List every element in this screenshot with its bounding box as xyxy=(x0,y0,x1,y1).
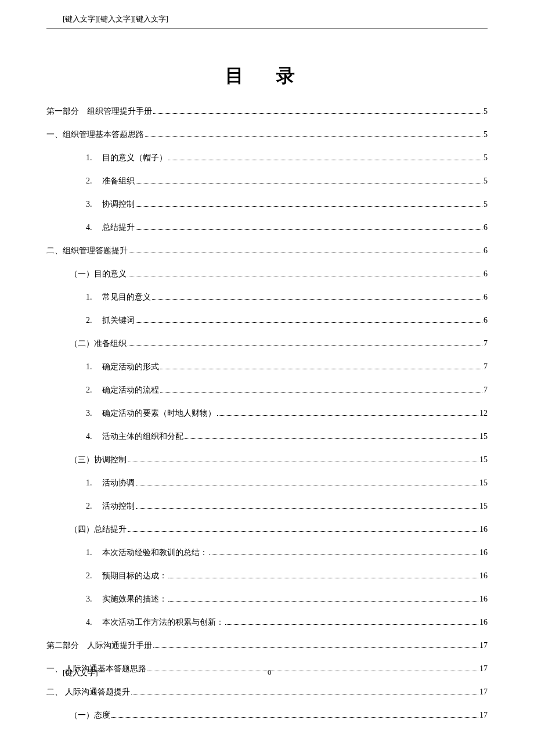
toc-entry-label: （三）协调控制 xyxy=(70,456,127,464)
toc-entry-number: 2. xyxy=(86,572,95,580)
toc-entry-label: 本次活动工作方法的积累与创新： xyxy=(102,618,224,627)
footer-left: [键入文字] xyxy=(46,668,98,678)
toc-entry-page: 17 xyxy=(479,642,488,650)
toc-entry[interactable]: 3.协调控制5 xyxy=(46,200,488,224)
toc-entry-page: 15 xyxy=(479,479,488,487)
toc-entry-page: 16 xyxy=(479,525,488,534)
toc-title: 目 录 xyxy=(46,63,488,89)
toc-entry-page: 6 xyxy=(484,293,488,301)
toc-entry-page: 5 xyxy=(484,154,488,162)
toc-entry[interactable]: 1.本次活动经验和教训的总结：16 xyxy=(46,549,488,572)
toc-leader-dots xyxy=(152,299,482,300)
toc-entry-label: 确定活动的形式 xyxy=(102,363,159,371)
toc-leader-dots xyxy=(136,485,478,485)
toc-entry-number: 3. xyxy=(86,595,95,603)
toc-entry[interactable]: （三）协调控制15 xyxy=(46,456,488,479)
toc-entry-number: 2. xyxy=(86,316,95,325)
toc-entry-page: 16 xyxy=(479,618,488,627)
toc-leader-dots xyxy=(185,438,478,439)
toc-entry-page: 5 xyxy=(484,131,488,139)
toc-entry-label: 第二部分 人际沟通提升手册 xyxy=(46,642,152,650)
toc-entry-label: 二、 人际沟通答题提升 xyxy=(46,688,130,696)
toc-entry[interactable]: （二）准备组织7 xyxy=(46,340,488,363)
toc-entry-page: 5 xyxy=(484,177,488,185)
toc-entry-page: 16 xyxy=(479,572,488,580)
toc-entry-label: 实施效果的描述： xyxy=(102,595,167,603)
toc-entry-page: 6 xyxy=(484,316,488,325)
toc-entry[interactable]: 2.抓关键词6 xyxy=(46,316,488,340)
toc-entry-label: 活动协调 xyxy=(102,479,135,487)
toc-entry-number: 1. xyxy=(86,549,95,557)
toc-entry-number: 3. xyxy=(86,409,95,417)
toc-entry[interactable]: 4.本次活动工作方法的积累与创新：16 xyxy=(46,618,488,642)
toc-entry-number: 4. xyxy=(86,433,95,441)
page: [键入文字][键入文字][键入文字] 目 录 第一部分 组织管理提升手册5一、组… xyxy=(0,0,534,735)
toc-entry[interactable]: （四）总结提升16 xyxy=(46,525,488,549)
toc-leader-dots xyxy=(136,508,478,509)
toc-entry-page: 6 xyxy=(484,270,488,278)
toc-leader-dots xyxy=(168,601,478,602)
toc-entry[interactable]: 第一部分 组织管理提升手册5 xyxy=(46,107,488,131)
toc-entry-label: 一、组织管理基本答题思路 xyxy=(46,131,144,139)
toc-entry-page: 6 xyxy=(484,224,488,232)
toc-leader-dots xyxy=(145,136,482,137)
toc-leader-dots xyxy=(153,113,482,114)
toc-entry[interactable]: 1.目的意义（帽子）5 xyxy=(46,154,488,177)
toc-entry-page: 17 xyxy=(479,688,488,696)
toc-entry-number: 2. xyxy=(86,502,95,510)
toc-entry[interactable]: 4.活动主体的组织和分配15 xyxy=(46,433,488,456)
toc-entry-label: 常见目的意义 xyxy=(102,293,151,301)
toc-entry[interactable]: 3.实施效果的描述：16 xyxy=(46,595,488,618)
toc-leader-dots xyxy=(168,160,482,160)
toc-entry-number: 1. xyxy=(86,293,95,301)
toc-entry-label: （一）目的意义 xyxy=(70,270,127,278)
toc-leader-dots xyxy=(136,183,482,183)
toc-entry-page: 5 xyxy=(484,200,488,208)
toc-leader-dots xyxy=(131,694,479,694)
toc-leader-dots xyxy=(136,322,482,323)
toc-entry-label: 第一部分 组织管理提升手册 xyxy=(46,107,152,116)
toc-entry-page: 17 xyxy=(479,711,488,719)
toc-entry-number: 2. xyxy=(86,177,95,185)
toc-leader-dots xyxy=(111,717,478,718)
toc-entry[interactable]: 3.确定活动的要素（时地人财物）12 xyxy=(46,409,488,433)
toc-entry-page: 7 xyxy=(484,363,488,371)
toc-entry-label: 抓关键词 xyxy=(102,316,135,325)
toc-entry-page: 5 xyxy=(484,107,488,116)
toc-entry-number: 4. xyxy=(86,224,95,232)
toc-entry[interactable]: 1.常见目的意义6 xyxy=(46,293,488,316)
toc-entry-page: 15 xyxy=(479,502,488,510)
toc-entry[interactable]: 2.预期目标的达成：16 xyxy=(46,572,488,595)
toc-entry[interactable]: （一）态度17 xyxy=(46,711,488,735)
toc-entry-label: 活动主体的组织和分配 xyxy=(102,433,183,441)
toc-entry[interactable]: 1.活动协调15 xyxy=(46,479,488,502)
toc-entry[interactable]: 第二部分 人际沟通提升手册17 xyxy=(46,642,488,665)
toc-entry[interactable]: 4.总结提升6 xyxy=(46,224,488,247)
page-header: [键入文字][键入文字][键入文字] xyxy=(46,14,488,24)
toc-entry-label: 预期目标的达成： xyxy=(102,572,167,580)
toc-leader-dots xyxy=(128,345,482,346)
toc-entry-label: 本次活动经验和教训的总结： xyxy=(102,549,208,557)
toc-entry-label: 协调控制 xyxy=(102,200,135,208)
toc-entry[interactable]: 二、组织管理答题提升6 xyxy=(46,247,488,270)
toc-entry[interactable]: （一）目的意义6 xyxy=(46,270,488,293)
toc-entry-page: 15 xyxy=(479,433,488,441)
toc-entry-page: 7 xyxy=(484,386,488,394)
footer-page-number: 0 xyxy=(98,668,488,678)
toc-entry[interactable]: 1.确定活动的形式7 xyxy=(46,363,488,386)
toc-leader-dots xyxy=(160,369,482,369)
toc-entry[interactable]: 2.确定活动的流程7 xyxy=(46,386,488,409)
toc-entry[interactable]: 一、组织管理基本答题思路5 xyxy=(46,131,488,154)
toc-entry[interactable]: 二、 人际沟通答题提升17 xyxy=(46,688,488,711)
toc-leader-dots xyxy=(129,253,482,253)
toc-entry-page: 7 xyxy=(484,340,488,348)
toc-leader-dots xyxy=(136,229,482,230)
toc-entry[interactable]: 2.活动控制15 xyxy=(46,502,488,525)
toc-entry-label: 准备组织 xyxy=(102,177,135,185)
toc-leader-dots xyxy=(160,392,482,393)
toc-entry-label: 确定活动的流程 xyxy=(102,386,159,394)
toc-entry-page: 16 xyxy=(479,595,488,603)
toc-entry-number: 2. xyxy=(86,386,95,394)
toc-entry-page: 15 xyxy=(479,456,488,464)
toc-entry[interactable]: 2.准备组织5 xyxy=(46,177,488,200)
